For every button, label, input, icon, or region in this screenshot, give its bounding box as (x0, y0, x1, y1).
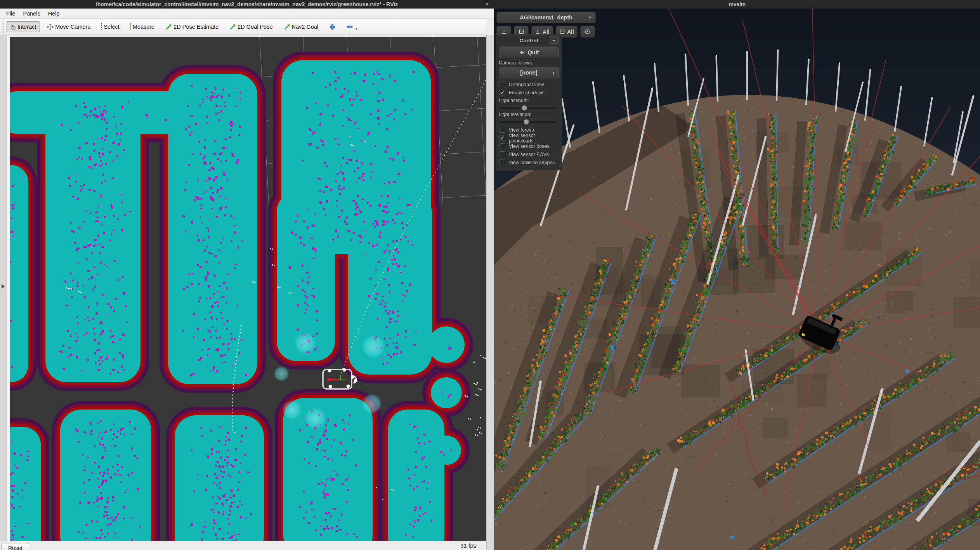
tool-interact[interactable]: Interact (6, 21, 40, 32)
window-icon (559, 29, 565, 35)
tool-label: Measure (133, 24, 154, 30)
slider-thumb[interactable] (522, 105, 527, 111)
hand-icon (10, 24, 16, 30)
checkbox-label: View forces (509, 127, 534, 133)
checkbox-box[interactable] (500, 160, 505, 165)
slider-group: Light azimuth:Light elevation: (499, 98, 559, 124)
dock-icon (501, 29, 507, 35)
checkbox-box[interactable] (500, 143, 505, 149)
tool-move-camera[interactable]: Move Camera (43, 21, 94, 33)
history-icon (585, 29, 590, 35)
checkbox-orthogonal-view[interactable]: Orthogonal view (499, 80, 559, 88)
checkbox-label: View sensor poses (509, 144, 550, 149)
tool-2d-goal-pose[interactable]: 2D Goal Pose (225, 21, 276, 33)
left-arrow-icon (519, 50, 525, 56)
mvsim-window: mvsim AGI/camera1_depth › AllAll Control… (494, 0, 980, 550)
checkbox-view-collision-shapes[interactable]: View collision shapes (499, 158, 559, 167)
tool-plus[interactable] (325, 21, 340, 33)
slider-label-light-elevation: Light elevation: (499, 112, 559, 117)
minus-icon (347, 24, 353, 29)
menu-item-file[interactable]: File (2, 10, 19, 17)
tool-select[interactable]: Select (97, 21, 123, 32)
select-box-icon (101, 24, 102, 30)
view-button-label: All (567, 29, 574, 35)
slider-light-elevation[interactable] (500, 118, 558, 124)
status-bar: Reset 31 fps (0, 541, 486, 550)
checkbox-view-sensor-pointclouds[interactable]: ✓View sensor pointclouds (499, 134, 559, 142)
chevron-down-icon: ▾ (356, 27, 357, 31)
control-panel-header[interactable]: Control – (499, 36, 559, 45)
ruler-icon (130, 24, 131, 30)
quit-label: Quit (528, 49, 539, 56)
mvsim-title-bar[interactable]: mvsim (494, 0, 980, 9)
tool-measure[interactable]: Measure (127, 21, 158, 32)
menu-item-panels[interactable]: Panels (19, 10, 44, 17)
camera-follows-dropdown[interactable]: [none] › (499, 67, 559, 78)
control-panel-title: Control (520, 38, 538, 43)
checkbox-box[interactable] (500, 151, 505, 157)
checkbox-group-bottom: View forces✓View sensor pointcloudsView … (499, 126, 559, 167)
camera-view-label: AGI/camera1_depth (520, 14, 572, 21)
checkbox-box[interactable]: ✓ (500, 90, 505, 95)
rviz-title-bar[interactable]: /home/fca/code/simulator_control/install… (0, 0, 494, 9)
camera-follows-label: Camera follows: (499, 60, 559, 66)
fps-counter: 31 fps (460, 542, 476, 549)
tool-2d-pose-estimate[interactable]: 2D Pose Estimate (161, 21, 222, 33)
camera-view-dropdown[interactable]: AGI/camera1_depth › (496, 12, 596, 23)
slider-track[interactable] (500, 107, 555, 109)
collapsed-displays-panel (0, 35, 7, 541)
tool-nav2-goal[interactable]: Nav2 Goal (280, 21, 323, 33)
slider-thumb[interactable] (524, 119, 529, 125)
window-icon (519, 29, 524, 35)
green-arrow-icon (165, 24, 172, 30)
move-camera-icon (47, 24, 54, 30)
slider-light-azimuth[interactable] (500, 104, 558, 110)
checkbox-view-sensor-fovs[interactable]: View sensor FOVs (499, 150, 559, 158)
tool-label: Interact (17, 24, 36, 30)
checkbox-group-top: Orthogonal view✓Enable shadows (499, 80, 559, 97)
camera-follows-value: [none] (520, 69, 537, 76)
panel-gap (7, 35, 10, 541)
window-right-frame (486, 35, 494, 550)
checkbox-label: View sensor FOVs (509, 152, 549, 157)
checkbox-box[interactable] (500, 127, 505, 133)
rviz-window-title: /home/fca/code/simulator_control/install… (96, 1, 398, 7)
tool-label: Nav2 Goal (292, 24, 319, 30)
green-arrow-icon (229, 24, 236, 30)
tool-label: Select (104, 24, 119, 30)
panel-expander-icon[interactable] (2, 284, 5, 289)
chevron-right-icon: › (553, 69, 555, 76)
checkbox-label: Enable shadows (509, 90, 545, 95)
dock-icon (535, 29, 541, 35)
green-arrow-icon (284, 24, 290, 30)
mvsim-window-title: mvsim (729, 1, 746, 7)
reset-button[interactable]: Reset (2, 543, 29, 550)
close-icon[interactable]: × (486, 0, 489, 9)
menu-bar: FilePanelsHelp (0, 9, 494, 19)
checkbox-label: Orthogonal view (509, 82, 544, 87)
checkbox-label: View collision shapes (509, 160, 555, 165)
minimize-button[interactable]: – (549, 36, 559, 44)
plus-icon (329, 24, 336, 30)
checkbox-box[interactable] (500, 82, 505, 87)
slider-label-light-azimuth: Light azimuth: (499, 98, 559, 103)
checkbox-enable-shadows[interactable]: ✓Enable shadows (499, 88, 559, 97)
scene-3d-view[interactable] (494, 9, 980, 550)
tool-label: Move Camera (55, 24, 90, 30)
costmap-view[interactable] (10, 37, 486, 541)
toolbar-drag-handle[interactable] (1, 21, 4, 33)
tool-label: 2D Pose Estimate (173, 24, 219, 30)
tool-label: 2D Goal Pose (238, 24, 272, 30)
control-panel: Control – Quit Camera follows: [none] › … (496, 34, 562, 170)
quit-button[interactable]: Quit (499, 47, 559, 58)
tool-minus[interactable]: ▾ (343, 22, 361, 31)
chevron-right-icon: › (589, 14, 591, 21)
checkbox-label: View sensor pointclouds (509, 133, 559, 144)
toolbar: InteractMove CameraSelectMeasure2D Pose … (0, 19, 486, 35)
rviz-window: /home/fca/code/simulator_control/install… (0, 0, 494, 550)
checkbox-box[interactable]: ✓ (500, 135, 505, 141)
menu-item-help[interactable]: Help (44, 10, 64, 17)
view-button-history[interactable] (580, 26, 595, 38)
